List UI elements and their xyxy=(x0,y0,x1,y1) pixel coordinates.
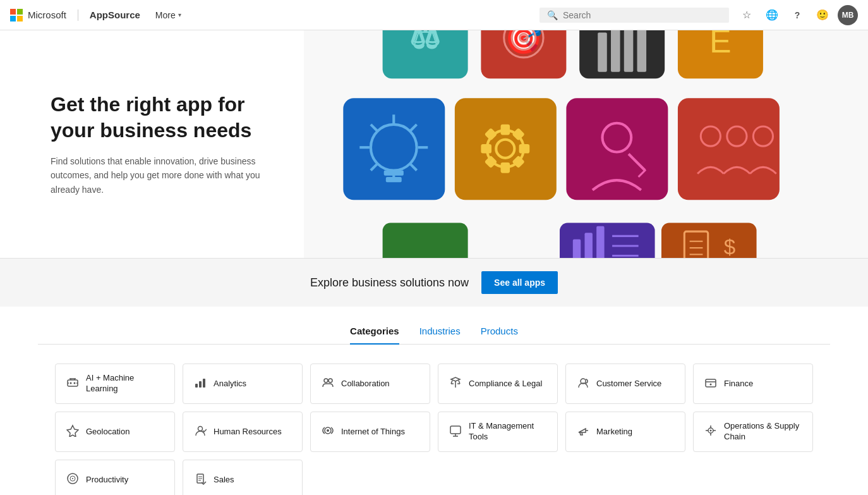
search-input[interactable] xyxy=(563,10,721,20)
svg-rect-50 xyxy=(596,226,604,258)
nav-divider xyxy=(78,9,78,21)
navbar: Microsoft AppSource More ▾ 🔍 ☆ 🌐 ? 🙂 MB xyxy=(0,0,868,30)
svg-point-82 xyxy=(710,383,712,385)
chevron-down-icon: ▾ xyxy=(178,11,181,18)
category-card-geolocation[interactable]: Geolocation xyxy=(55,412,175,452)
search-box: 🔍 xyxy=(539,8,729,23)
svg-rect-32 xyxy=(500,162,510,173)
svg-rect-33 xyxy=(481,144,491,154)
category-card-analytics[interactable]: Analytics xyxy=(183,364,303,404)
category-label: IT & Management Tools xyxy=(469,421,547,443)
category-icon xyxy=(66,472,80,488)
categories-grid: AI + Machine LearningAnalyticsCollaborat… xyxy=(55,364,813,495)
category-card-it-management-tools[interactable]: IT & Management Tools xyxy=(438,412,558,452)
microsoft-logo xyxy=(10,9,23,21)
svg-rect-48 xyxy=(573,240,581,258)
category-card-customer-service[interactable]: Customer Service xyxy=(565,364,685,404)
globe-icon[interactable]: 🌐 xyxy=(762,5,782,25)
svg-rect-34 xyxy=(519,144,530,154)
svg-text:E: E xyxy=(709,30,732,59)
svg-text:$: $ xyxy=(724,235,735,258)
category-icon xyxy=(576,424,590,440)
category-card-productivity[interactable]: Productivity xyxy=(55,460,175,495)
explore-bar: Explore business solutions now See all a… xyxy=(0,258,868,307)
category-label: Customer Service xyxy=(596,379,661,389)
category-label: AI + Machine Learning xyxy=(86,373,164,394)
svg-point-72 xyxy=(324,379,328,382)
category-card-internet-of-things[interactable]: Internet of Things xyxy=(310,412,430,452)
svg-rect-39 xyxy=(566,98,668,200)
category-label: Marketing xyxy=(596,427,632,437)
svg-rect-49 xyxy=(584,233,592,258)
tab-categories[interactable]: Categories xyxy=(350,326,399,344)
category-icon xyxy=(576,376,590,392)
svg-rect-11 xyxy=(611,30,620,72)
category-label: Sales xyxy=(214,475,234,486)
svg-point-91 xyxy=(710,429,712,431)
help-icon[interactable]: ? xyxy=(787,5,807,25)
appsource-name: AppSource xyxy=(90,9,140,20)
svg-point-83 xyxy=(198,426,203,431)
svg-rect-31 xyxy=(500,125,510,135)
svg-rect-80 xyxy=(706,379,716,387)
category-card-finance[interactable]: Finance xyxy=(693,364,813,404)
category-icon xyxy=(704,376,718,392)
category-label: Human Resources xyxy=(214,427,282,437)
more-label: More xyxy=(155,10,176,20)
tab-products[interactable]: Products xyxy=(481,326,518,344)
smiley-icon[interactable]: 🙂 xyxy=(812,5,833,25)
svg-rect-28 xyxy=(455,98,557,200)
more-menu[interactable]: More ▾ xyxy=(150,8,186,23)
category-icon xyxy=(704,424,718,440)
category-icon xyxy=(193,472,207,488)
category-card-human-resources[interactable]: Human Resources xyxy=(183,412,303,452)
category-label: Internet of Things xyxy=(341,427,405,437)
see-all-apps-button[interactable]: See all apps xyxy=(481,271,558,294)
category-label: Productivity xyxy=(86,475,128,486)
hero-subtitle: Find solutions that enable innovation, d… xyxy=(51,154,291,197)
category-label: Operations & Supply Chain xyxy=(724,421,802,443)
avatar[interactable]: MB xyxy=(838,5,858,25)
svg-rect-61 xyxy=(68,380,78,386)
nav-icons: ☆ 🌐 ? 🙂 MB xyxy=(737,5,858,25)
category-icon xyxy=(193,376,207,392)
svg-rect-86 xyxy=(450,426,461,434)
category-card-compliance-legal[interactable]: Compliance & Legal xyxy=(438,364,558,404)
category-icon xyxy=(449,424,462,440)
svg-point-84 xyxy=(327,429,329,432)
svg-rect-70 xyxy=(199,381,202,388)
tabs-row: CategoriesIndustriesProducts xyxy=(38,326,830,345)
tab-industries[interactable]: Industries xyxy=(419,326,461,344)
category-icon xyxy=(321,376,335,392)
category-label: Finance xyxy=(724,379,753,389)
category-icon xyxy=(66,376,80,392)
category-card-operations-supply-chain[interactable]: Operations & Supply Chain xyxy=(693,412,813,452)
category-card-sales[interactable]: Sales xyxy=(183,460,303,495)
svg-rect-9 xyxy=(579,30,665,78)
category-icon xyxy=(321,424,335,440)
svg-point-62 xyxy=(70,382,72,384)
hero-content: Get the right app for your business need… xyxy=(0,54,366,235)
category-card-marketing[interactable]: Marketing xyxy=(565,412,685,452)
category-label: Geolocation xyxy=(86,427,130,437)
brand-name: Microsoft xyxy=(28,9,66,20)
svg-point-73 xyxy=(329,379,332,382)
search-icon: 🔍 xyxy=(547,10,558,20)
favorite-icon[interactable]: ☆ xyxy=(737,5,757,25)
category-card-collaboration[interactable]: Collaboration xyxy=(310,364,430,404)
category-label: Analytics xyxy=(214,379,246,389)
categories-section: CategoriesIndustriesProducts AI + Machin… xyxy=(0,307,868,495)
svg-point-94 xyxy=(72,478,73,479)
category-label: Collaboration xyxy=(341,379,390,389)
nav-logo: Microsoft AppSource xyxy=(10,9,140,21)
category-label: Compliance & Legal xyxy=(469,379,542,389)
hero-image: ⚖ ⚖ 🎯 E xyxy=(304,30,868,258)
svg-rect-42 xyxy=(678,98,780,200)
category-card-ai-machine-learning[interactable]: AI + Machine Learning xyxy=(55,364,175,404)
svg-rect-69 xyxy=(195,384,198,388)
hero-section: Get the right app for your business need… xyxy=(0,30,868,258)
category-icon xyxy=(66,424,80,440)
hero-title: Get the right app for your business need… xyxy=(51,92,291,144)
svg-rect-71 xyxy=(203,379,205,388)
svg-rect-10 xyxy=(598,32,607,71)
